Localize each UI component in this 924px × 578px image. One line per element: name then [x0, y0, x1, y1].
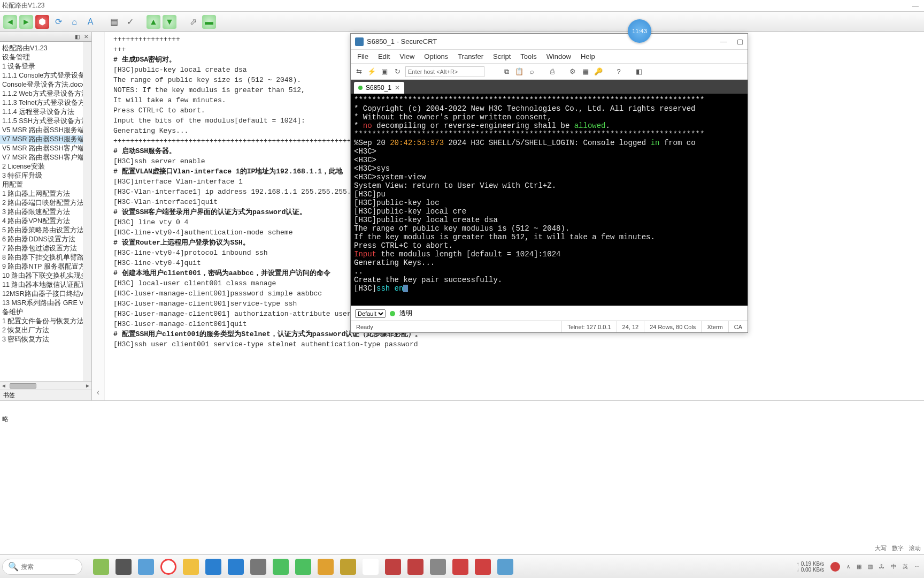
tree-item[interactable]: 1.1.4 远程登录设备方法	[0, 108, 91, 117]
securecrt-window[interactable]: S6850_1 - SecureCRT — ▢ FileEditViewOpti…	[350, 33, 748, 333]
taskbar-app-icon[interactable]	[385, 559, 401, 575]
tree-item[interactable]: 7 路由器包过滤设置方法	[0, 244, 91, 253]
taskbar-app-icon[interactable]	[430, 559, 446, 575]
doc-gutter[interactable]: ‹	[92, 32, 105, 400]
tree-item[interactable]: Console登录设备方法.docx	[0, 80, 91, 89]
crt-copy-icon[interactable]: ⧉	[502, 67, 511, 77]
doc-button[interactable]: ▤	[107, 15, 121, 29]
tray-shield-icon[interactable]	[830, 562, 840, 572]
tree-item[interactable]: 1.1.2 Web方式登录设备方法	[0, 89, 91, 98]
taskbar-app-icon[interactable]	[340, 559, 356, 575]
crt-scheme-select[interactable]: Default	[355, 309, 386, 318]
back-button[interactable]: ◄	[3, 15, 17, 29]
tree-item[interactable]: 1 路由器上网配置方法	[0, 189, 91, 199]
crt-paste-icon[interactable]: 📋	[514, 67, 524, 77]
crt-minimize-icon[interactable]: —	[720, 37, 727, 45]
crt-menubar[interactable]: FileEditViewOptionsTransferScriptToolsWi…	[351, 50, 748, 64]
tree-item[interactable]: 6 路由器DDNS设置方法	[0, 235, 91, 244]
taskbar-app-icon[interactable]	[228, 559, 244, 575]
tree-item[interactable]: 10 路由器下联交换机实现多网	[0, 271, 91, 280]
tree-item[interactable]: V7 MSR 路由器SSH客户端	[0, 153, 91, 162]
crt-tab-close-icon[interactable]: ✕	[395, 84, 400, 92]
crt-menu-item[interactable]: Tools	[520, 52, 536, 60]
taskbar-app-icon[interactable]	[318, 559, 334, 575]
tray-app2-icon[interactable]: ▨	[868, 564, 873, 569]
tree-item[interactable]: V5 MSR 路由器SSH客户端	[0, 144, 91, 153]
taskbar-app-icon[interactable]	[407, 559, 424, 575]
tree-item[interactable]: 4 路由器VPN配置方法	[0, 217, 91, 226]
taskbar-app-icon[interactable]	[363, 559, 379, 575]
taskbar-app-icon[interactable]	[116, 559, 132, 575]
tree-item[interactable]: 备维护	[0, 308, 91, 317]
tree-item[interactable]: 12MSR路由器子接口终结vlan配	[0, 290, 91, 299]
tree-item[interactable]: 1 设备登录	[0, 62, 91, 71]
taskbar-search[interactable]: 🔍	[2, 559, 82, 575]
crt-maximize-icon[interactable]: ▢	[737, 37, 743, 45]
tree-root[interactable]: 松配路由V1.23	[0, 44, 91, 53]
down-button[interactable]: ▼	[163, 15, 176, 29]
taskbar-app-icon[interactable]	[475, 559, 491, 575]
refresh-button[interactable]: ⟳	[51, 15, 65, 29]
taskbar-app-icon[interactable]	[160, 559, 176, 575]
tree-item[interactable]: 1.1.1 Console方式登录设备方	[0, 71, 91, 80]
tree-item[interactable]: 1 配置文件备份与恢复方法	[0, 317, 91, 326]
tree-item[interactable]: 1.1.5 SSH方式登录设备方法	[0, 117, 91, 126]
font-button[interactable]: A	[83, 15, 97, 29]
tree-item[interactable]: 8 路由器下挂交换机单臂路由的	[0, 253, 91, 262]
taskbar-app-icon[interactable]	[205, 559, 221, 575]
minimize-icon[interactable]: —	[912, 2, 919, 10]
book-button[interactable]: ▬	[202, 15, 216, 29]
nav-tree[interactable]: 松配路由V1.23设备管理1 设备登录1.1.1 Console方式登录设备方C…	[0, 42, 91, 381]
crt-menu-item[interactable]: Script	[493, 52, 511, 60]
tree-item[interactable]: 3 路由器限速配置方法	[0, 208, 91, 217]
tree-item[interactable]: V7 MSR 路由器SSH服务端	[0, 135, 91, 144]
system-tray[interactable]: ↑ 0.19 KB/s ↓ 0.00 KB/s ∧ ▦ ▨ 🖧 中 英 ⋯	[797, 561, 924, 573]
tree-item[interactable]: 用配置	[0, 180, 91, 189]
stop-button[interactable]: ⬢	[35, 15, 49, 29]
tree-item[interactable]: 13 MSR系列路由器 GRE VPN配	[0, 299, 91, 308]
up-button[interactable]: ▲	[147, 15, 160, 29]
crt-titlebar[interactable]: S6850_1 - SecureCRT — ▢	[351, 34, 748, 50]
tree-item[interactable]: 1.1.3 Telnet方式登录设备方	[0, 98, 91, 108]
tray-ime2[interactable]: 英	[903, 563, 908, 571]
crt-toggle-icon[interactable]: ◧	[634, 67, 644, 77]
taskbar-app-icon[interactable]	[452, 559, 468, 575]
forward-button[interactable]: ►	[19, 15, 33, 29]
home-button[interactable]: ⌂	[67, 15, 81, 29]
crt-menu-item[interactable]: Window	[546, 52, 571, 60]
crt-menu-item[interactable]: View	[399, 52, 414, 60]
taskbar-app-icon[interactable]	[497, 559, 513, 575]
tree-item[interactable]: 3 密码恢复方法	[0, 335, 91, 344]
crt-menu-item[interactable]: File	[357, 52, 368, 60]
crt-disconnect-icon[interactable]: ↻	[392, 67, 402, 77]
taskbar-app-icon[interactable]	[93, 559, 109, 575]
taskbar-app-icon[interactable]	[295, 559, 311, 575]
crt-help-icon[interactable]: ?	[614, 67, 623, 77]
tree-item[interactable]: 2 恢复出厂方法	[0, 326, 91, 335]
crt-host-input[interactable]	[405, 66, 484, 77]
crt-key-icon[interactable]: 🔑	[594, 67, 603, 77]
tree-vscrollbar[interactable]	[83, 42, 91, 381]
search-input[interactable]	[21, 563, 76, 571]
crt-tab-active[interactable]: S6850_1 ✕	[354, 82, 404, 94]
tree-item[interactable]: 设备管理	[0, 53, 91, 62]
tray-ime1[interactable]: 中	[891, 563, 896, 571]
taskbar-app-icon[interactable]	[183, 559, 199, 575]
crt-menu-item[interactable]: Options	[424, 52, 448, 60]
crt-options-icon[interactable]: ⚙	[568, 67, 578, 77]
tree-item[interactable]: 9 路由器NTP 服务器配置方法	[0, 262, 91, 271]
crt-menu-item[interactable]: Edit	[378, 52, 390, 60]
tray-network-icon[interactable]: 🖧	[879, 564, 884, 569]
crt-menu-item[interactable]: Transfer	[458, 52, 483, 60]
tray-expand-icon[interactable]: ∧	[846, 564, 850, 569]
tree-hscrollbar[interactable]: ◄►	[0, 381, 91, 390]
tree-item[interactable]: 11 路由器本地微信认证配置方	[0, 280, 91, 290]
tray-app-icon[interactable]: ▦	[857, 564, 861, 569]
crt-session-icon[interactable]: ▣	[380, 67, 389, 77]
taskbar-app-icon[interactable]	[273, 559, 289, 575]
crt-sessionopt-icon[interactable]: ▦	[581, 67, 590, 77]
clock-widget[interactable]: 11:43	[628, 19, 651, 43]
taskbar-app-icon[interactable]	[138, 559, 154, 575]
taskbar-app-icon[interactable]	[250, 559, 266, 575]
crt-quickconnect-icon[interactable]: ⚡	[367, 67, 376, 77]
